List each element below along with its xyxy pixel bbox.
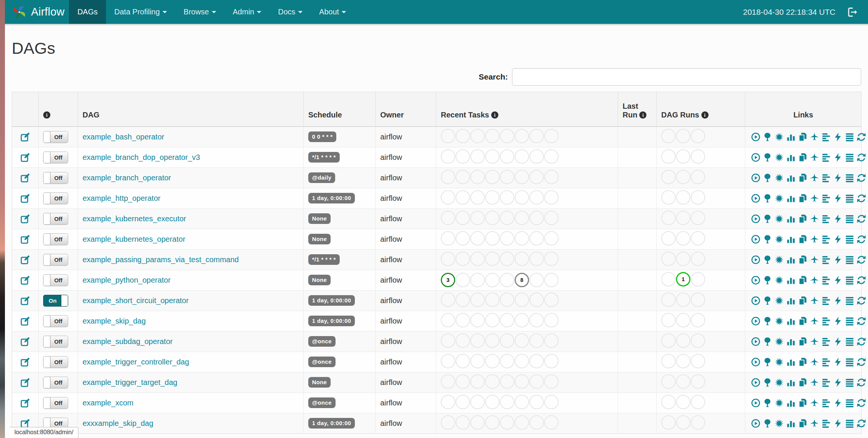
task-state-circle-queued[interactable] (529, 313, 544, 327)
task-duration-icon[interactable] (786, 398, 796, 408)
tree-view-icon[interactable] (763, 194, 772, 203)
dag-run-circle-success[interactable] (661, 354, 676, 368)
landing-times-icon[interactable] (810, 275, 819, 285)
task-state-circle-upstream_failed[interactable] (485, 129, 500, 143)
task-state-circle-no_status[interactable] (544, 211, 559, 225)
task-state-circle-failed[interactable] (470, 374, 485, 389)
graph-view-icon[interactable] (774, 235, 784, 244)
task-tries-icon[interactable] (798, 214, 807, 224)
schedule-badge[interactable]: 0 0 * * * (308, 131, 336, 142)
dag-run-circle-failed[interactable] (691, 252, 705, 266)
task-tries-icon[interactable] (798, 316, 807, 326)
dag-link[interactable]: example_kubernetes_executor (83, 214, 186, 223)
trigger-dag-icon[interactable] (751, 337, 760, 346)
task-state-circle-failed[interactable] (470, 333, 485, 348)
task-state-circle-queued[interactable] (529, 252, 544, 266)
task-state-circle-running[interactable] (456, 333, 470, 348)
trigger-dag-icon[interactable] (751, 398, 760, 408)
task-tries-icon[interactable] (798, 419, 807, 428)
task-state-circle-running[interactable] (456, 273, 470, 287)
task-duration-icon[interactable] (786, 194, 796, 203)
trigger-dag-icon[interactable] (751, 419, 760, 428)
graph-view-icon[interactable] (774, 275, 784, 285)
schedule-badge[interactable]: 1 day, 0:00:00 (308, 418, 355, 429)
dag-run-circle-success[interactable] (661, 293, 676, 307)
dag-run-circle-success[interactable] (661, 272, 676, 286)
refresh-icon[interactable] (857, 235, 866, 244)
tree-view-icon[interactable] (763, 357, 772, 367)
dag-run-circle-running[interactable] (676, 129, 690, 143)
gantt-view-icon[interactable] (821, 173, 831, 183)
landing-times-icon[interactable] (810, 153, 819, 162)
task-state-circle-no_status[interactable] (544, 231, 559, 246)
dag-run-circle-success[interactable] (661, 190, 676, 205)
task-state-circle-success[interactable] (441, 149, 455, 164)
landing-times-icon[interactable] (810, 337, 819, 346)
dag-run-circle-running[interactable]: 1 (676, 272, 690, 286)
task-state-circle-failed[interactable] (470, 313, 485, 327)
dag-link[interactable]: example_http_operator (83, 194, 161, 202)
nav-item-about[interactable]: About (311, 0, 354, 24)
dag-run-circle-failed[interactable] (691, 170, 705, 184)
task-tries-icon[interactable] (798, 275, 807, 285)
header-dag[interactable]: DAG (78, 92, 304, 127)
dag-pause-toggle[interactable]: Off (43, 274, 68, 286)
dag-run-circle-success[interactable] (661, 149, 676, 164)
task-state-circle-skipped[interactable] (500, 170, 514, 184)
task-state-circle-queued[interactable] (529, 231, 544, 246)
edit-dag-icon[interactable] (20, 336, 30, 346)
task-duration-icon[interactable] (786, 378, 796, 387)
task-state-circle-up_for_retry[interactable] (515, 293, 529, 307)
trigger-dag-icon[interactable] (751, 316, 760, 326)
dag-pause-toggle[interactable]: Off (43, 336, 68, 347)
log-view-icon[interactable] (845, 337, 854, 346)
task-state-circle-success[interactable] (441, 252, 455, 266)
dag-run-circle-running[interactable] (676, 293, 690, 307)
task-state-circle-success[interactable] (441, 374, 455, 389)
refresh-icon[interactable] (857, 296, 866, 305)
dag-run-circle-running[interactable] (676, 149, 690, 164)
code-view-icon[interactable] (833, 357, 843, 367)
landing-times-icon[interactable] (810, 173, 819, 183)
nav-item-data-profiling[interactable]: Data Profiling (106, 0, 175, 24)
task-state-circle-success[interactable] (441, 333, 455, 348)
landing-times-icon[interactable] (810, 214, 819, 224)
code-view-icon[interactable] (833, 132, 843, 142)
task-duration-icon[interactable] (786, 316, 796, 326)
task-tries-icon[interactable] (798, 255, 807, 264)
edit-dag-icon[interactable] (20, 234, 30, 244)
dag-pause-toggle[interactable]: Off (43, 172, 68, 184)
task-state-circle-no_status[interactable] (544, 415, 559, 430)
task-state-circle-success[interactable] (441, 313, 455, 327)
dag-run-circle-success[interactable] (661, 129, 676, 143)
brand[interactable]: Airflow (5, 0, 69, 24)
tree-view-icon[interactable] (763, 337, 772, 346)
schedule-badge[interactable]: */1 * * * * (308, 152, 340, 163)
tree-view-icon[interactable] (763, 255, 772, 264)
code-view-icon[interactable] (833, 419, 843, 428)
dag-run-circle-running[interactable] (676, 211, 690, 225)
refresh-icon[interactable] (857, 275, 866, 285)
task-state-circle-up_for_retry[interactable] (515, 252, 529, 266)
log-view-icon[interactable] (845, 275, 854, 285)
task-state-circle-running[interactable] (456, 190, 470, 205)
dag-run-circle-running[interactable] (676, 374, 690, 389)
dag-run-circle-success[interactable] (661, 231, 676, 246)
task-state-circle-failed[interactable] (470, 273, 485, 287)
task-state-circle-upstream_failed[interactable] (485, 211, 500, 225)
log-view-icon[interactable] (845, 214, 854, 224)
task-state-circle-success[interactable] (441, 293, 455, 307)
task-state-circle-upstream_failed[interactable] (485, 293, 500, 307)
task-state-circle-success[interactable] (441, 415, 455, 430)
task-state-circle-running[interactable] (456, 211, 470, 225)
graph-view-icon[interactable] (774, 132, 784, 142)
landing-times-icon[interactable] (810, 235, 819, 244)
task-state-circle-no_status[interactable] (544, 170, 559, 184)
refresh-icon[interactable] (857, 214, 866, 224)
task-duration-icon[interactable] (786, 235, 796, 244)
gantt-view-icon[interactable] (821, 235, 831, 244)
trigger-dag-icon[interactable] (751, 275, 760, 285)
task-duration-icon[interactable] (786, 173, 796, 183)
log-view-icon[interactable] (845, 153, 854, 162)
dag-link[interactable]: example_bash_operator (83, 133, 164, 141)
